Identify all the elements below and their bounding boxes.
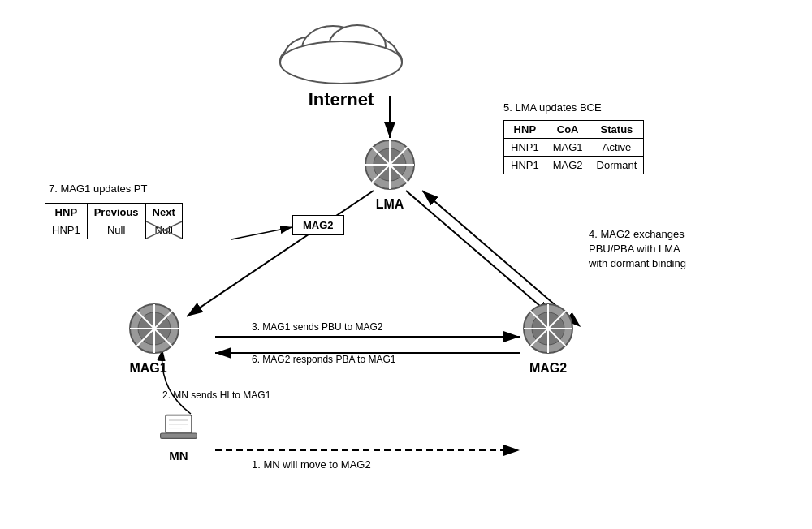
step6-label: 6. MAG2 responds PBA to MAG1 — [252, 354, 395, 365]
pt-header-previous: Previous — [87, 204, 145, 221]
step3-label: 3. MAG1 sends PBU to MAG2 — [252, 321, 382, 333]
bce-header-coa: CoA — [546, 121, 590, 139]
step6-text: 6. MAG2 responds PBA to MAG1 — [252, 354, 395, 365]
mag2-box: MAG2 — [292, 215, 344, 235]
svg-line-41 — [146, 221, 182, 239]
pt-row-1: HNP1 Null Null — [45, 221, 183, 239]
bce-table: HNP CoA Status HNP1 MAG1 Active HNP1 MAG… — [503, 120, 644, 174]
mag2-box-label: MAG2 — [303, 219, 334, 231]
internet-cloud: Internet — [268, 12, 414, 110]
lma-router: LMA — [361, 136, 418, 212]
bce-row1-status: Active — [590, 139, 644, 157]
bce-table-title: 5. LMA updates BCE — [503, 101, 602, 114]
step2-text: 2. MN sends HI to MAG1 — [162, 389, 270, 401]
mag2-label: MAG2 — [520, 361, 577, 376]
svg-line-3 — [406, 191, 552, 316]
bce-row1-coa: MAG1 — [546, 139, 590, 157]
bce-header-hnp: HNP — [504, 121, 546, 139]
bce-row2-status: Dormant — [590, 157, 644, 174]
bce-row2-coa: MAG2 — [546, 157, 590, 174]
svg-rect-36 — [161, 433, 197, 438]
step1-text: 1. MN will move to MAG2 — [252, 458, 371, 471]
svg-line-8 — [231, 227, 292, 239]
pt-table: HNP Previous Next HNP1 Null Null — [45, 203, 183, 239]
pt-row1-hnp: HNP1 — [45, 221, 88, 239]
mag2-router: MAG2 — [520, 300, 577, 376]
step4-label: 4. MAG2 exchangesPBU/PBA with LMAwith do… — [589, 227, 686, 272]
cloud-shape — [268, 12, 414, 85]
mag1-label: MAG1 — [114, 361, 183, 376]
step2-label: 2. MN sends HI to MAG1 — [162, 389, 270, 401]
laptop-icon — [158, 414, 199, 446]
pt-table-title: 7. MAG1 updates PT — [49, 183, 147, 195]
mn-label: MN — [158, 449, 199, 462]
network-diagram: Internet LMA MAG1 — [0, 0, 812, 529]
mag1-router: MAG1 — [126, 300, 183, 376]
step4-text: 4. MAG2 exchangesPBU/PBA with LMAwith do… — [589, 228, 686, 269]
bce-row1-hnp: HNP1 — [504, 139, 546, 157]
mag1-router-icon — [126, 300, 183, 357]
bce-row-1: HNP1 MAG1 Active — [504, 139, 644, 157]
svg-line-40 — [146, 221, 182, 239]
lma-router-icon — [361, 136, 418, 193]
bce-row-2: HNP1 MAG2 Dormant — [504, 157, 644, 174]
pt-row1-next: Null — [145, 221, 182, 239]
svg-point-16 — [280, 41, 402, 84]
step3-text: 3. MAG1 sends PBU to MAG2 — [252, 321, 382, 333]
internet-label: Internet — [268, 89, 414, 110]
mn-icon: MN — [158, 414, 199, 462]
pt-header-next: Next — [145, 204, 182, 221]
step1-label: 1. MN will move to MAG2 — [252, 458, 371, 471]
bce-header-status: Status — [590, 121, 644, 139]
svg-line-2 — [187, 191, 374, 316]
pt-header-hnp: HNP — [45, 204, 88, 221]
crossed-next — [146, 221, 182, 239]
lma-label: LMA — [361, 197, 418, 212]
pt-row1-previous: Null — [87, 221, 145, 239]
mag2-router-icon — [520, 300, 577, 357]
svg-line-4 — [422, 191, 568, 316]
bce-row2-hnp: HNP1 — [504, 157, 546, 174]
